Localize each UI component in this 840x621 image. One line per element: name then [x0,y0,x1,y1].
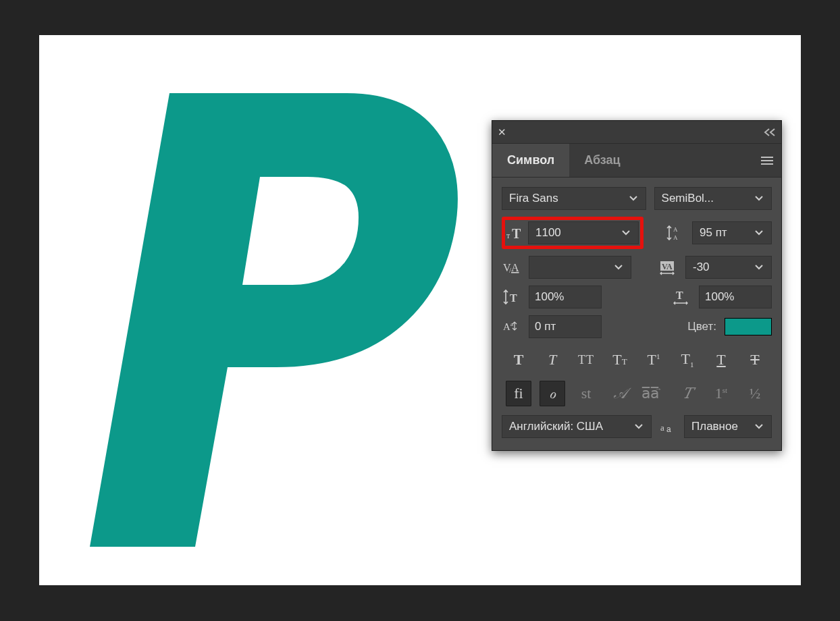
leading-input[interactable]: 95 пт [692,221,772,244]
baseline-shift-input[interactable]: 0 пт [529,315,602,338]
font-size-highlight: тT 1100 [502,217,644,249]
antialias-select[interactable]: Плавное [684,415,772,438]
svg-text:T: T [512,226,521,241]
italic-button[interactable]: T [540,347,565,373]
svg-text:A: A [503,321,510,332]
svg-text:T: T [676,290,683,301]
svg-text:a: a [660,423,664,433]
font-family-select[interactable]: Fira Sans [502,187,646,210]
swash-button[interactable]: 𝒜 [607,381,633,406]
horizontal-scale-icon: T [672,288,691,306]
baseline-shift-icon: Aa [502,317,521,336]
font-style-select[interactable]: SemiBol... [654,187,772,210]
allcaps-button[interactable]: TT [573,347,599,373]
chevron-down-icon [610,263,627,271]
vertical-scale-input[interactable]: 100% [529,286,602,308]
language-select[interactable]: Английский: США [502,415,652,438]
chevron-down-icon [631,423,647,431]
tracking-input[interactable]: -30 [685,256,772,279]
ligatures-button[interactable]: fi [506,381,531,406]
chevron-down-icon [751,263,767,271]
svg-text:VA: VA [662,262,673,271]
bold-button[interactable]: T [506,347,531,373]
titling-alt-button[interactable]: 𝑇 [675,381,700,406]
contextual-alt-button[interactable]: ℴ [540,381,565,406]
panel-tabs: Символ Абзац [492,144,781,178]
chevron-down-icon [618,229,634,237]
underline-button[interactable]: T [708,347,734,373]
kerning-input[interactable] [529,256,631,279]
opentype-row: fi ℴ st 𝒜 a̅a̅→ 𝑇 1st ½ [502,379,772,408]
panel-topbar: ✕ [492,121,781,144]
svg-text:A: A [511,262,519,273]
font-size-input[interactable]: 1100 [528,221,639,244]
svg-text:A: A [673,234,678,241]
smallcaps-button[interactable]: TT [607,347,633,373]
leading-icon: AA [665,223,684,242]
svg-text:a: a [666,425,671,434]
stylistic-alt-button[interactable]: a̅a̅→ [641,381,666,406]
tracking-icon: VA [658,258,677,277]
svg-text:A: A [673,226,678,233]
kerning-icon: V/A [502,258,521,277]
subscript-button[interactable]: T1 [675,347,700,373]
color-label: Цвет: [687,320,716,333]
strikethrough-button[interactable]: T [742,347,768,373]
chevron-down-icon [751,194,767,202]
font-size-icon: тT [506,223,524,242]
panel-close-button[interactable]: ✕ [492,121,511,143]
chevron-down-icon [751,229,767,237]
tab-paragraph[interactable]: Абзац [569,144,635,177]
tab-character[interactable]: Символ [492,144,569,177]
fractions-button[interactable]: ½ [742,381,768,406]
superscript-button[interactable]: T1 [641,347,666,373]
panel-menu-button[interactable] [753,144,781,177]
glyph-display [90,62,481,548]
horizontal-scale-input[interactable]: 100% [699,286,772,308]
chevron-down-icon [625,194,641,202]
color-swatch[interactable] [725,318,772,335]
text-style-row: T T TT TT T1 T1 T T [502,345,772,375]
vertical-scale-icon: T [502,288,521,306]
ordinals-button[interactable]: 1st [708,381,734,406]
character-panel: ✕ Символ Абзац Fira Sans SemiBol... т [492,120,782,451]
chevron-down-icon [751,423,767,431]
panel-collapse-button[interactable] [758,121,781,143]
discretionary-lig-button[interactable]: st [573,381,599,406]
svg-text:т: т [506,231,510,240]
svg-text:T: T [510,292,517,304]
antialias-icon: aa [658,417,677,436]
